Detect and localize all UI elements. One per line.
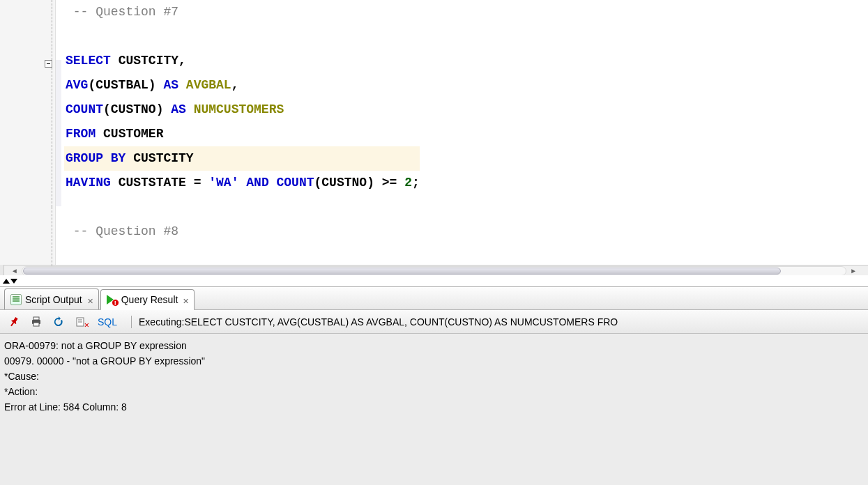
scroll-right-icon[interactable]: ► — [849, 267, 858, 275]
toolbar-divider — [131, 316, 132, 328]
editor-gutter[interactable] — [0, 0, 56, 265]
close-icon[interactable]: ✕ — [87, 297, 93, 302]
print-icon[interactable] — [28, 314, 45, 330]
error-badge-icon: ! — [112, 299, 119, 307]
collapse-up-icon[interactable] — [3, 279, 10, 284]
output-line: *Action: — [4, 384, 864, 399]
code-line[interactable]: GROUP BY CUSTCITY — [64, 146, 420, 171]
panel-splitter[interactable] — [0, 275, 868, 286]
tab-label: Query Result — [121, 294, 178, 305]
collapse-down-icon[interactable] — [10, 279, 17, 284]
error-output-panel[interactable]: ORA-00979: not a GROUP BY expression 009… — [0, 334, 868, 485]
code-line[interactable]: HAVING CUSTSTATE = 'WA' AND COUNT(CUSTNO… — [64, 171, 420, 195]
code-line[interactable]: -- Question #8 — [64, 220, 420, 244]
clear-results-icon[interactable]: ✕ — [73, 314, 89, 330]
code-line[interactable] — [64, 195, 420, 220]
code-line[interactable]: -- Question #7 — [64, 0, 420, 24]
scroll-track[interactable] — [22, 266, 846, 275]
tab-script-output[interactable]: Script Output ✕ — [4, 288, 99, 309]
svg-rect-1 — [33, 317, 39, 320]
query-result-icon: ! — [107, 294, 118, 305]
scroll-thumb[interactable] — [23, 268, 781, 275]
results-tabs: Script Output ✕ ! Query Result ✕ — [0, 286, 868, 310]
code-editor-panel: -- Question #7 SELECT CUSTCITY,AVG(CUSTB… — [0, 0, 868, 275]
code-line[interactable] — [64, 24, 420, 49]
script-output-icon — [10, 294, 22, 305]
output-line: ORA-00979: not a GROUP BY expression — [4, 338, 864, 353]
code-line[interactable]: FROM CUSTOMER — [64, 122, 420, 146]
output-line: *Cause: — [4, 369, 864, 384]
scroll-left-icon[interactable]: ◄ — [10, 267, 19, 275]
tab-query-result[interactable]: ! Query Result ✕ — [100, 289, 195, 310]
code-line[interactable]: AVG(CUSTBAL) AS AVGBAL, — [64, 73, 420, 98]
fold-collapse-icon[interactable] — [45, 60, 52, 68]
horizontal-scrollbar[interactable]: ◄ ► — [0, 265, 868, 275]
code-line[interactable]: COUNT(CUSTNO) AS NUMCUSTOMERS — [64, 98, 420, 122]
code-line[interactable]: SELECT CUSTCITY, — [64, 49, 420, 73]
code-area[interactable]: -- Question #7 SELECT CUSTCITY,AVG(CUSTB… — [56, 0, 420, 265]
tab-label: Script Output — [25, 294, 82, 305]
results-toolbar: ✕ SQL Executing:SELECT CUSTCITY, AVG(CUS… — [0, 310, 868, 334]
close-icon[interactable]: ✕ — [183, 297, 188, 302]
output-line: Error at Line: 584 Column: 8 — [4, 399, 864, 415]
refresh-icon[interactable] — [50, 314, 67, 330]
sql-link[interactable]: SQL — [98, 316, 117, 328]
executing-text: Executing:SELECT CUSTCITY, AVG(CUSTBAL) … — [139, 316, 618, 328]
output-line: 00979. 00000 - "not a GROUP BY expressio… — [4, 353, 864, 369]
svg-rect-2 — [33, 323, 39, 326]
pin-icon[interactable] — [2, 310, 25, 333]
